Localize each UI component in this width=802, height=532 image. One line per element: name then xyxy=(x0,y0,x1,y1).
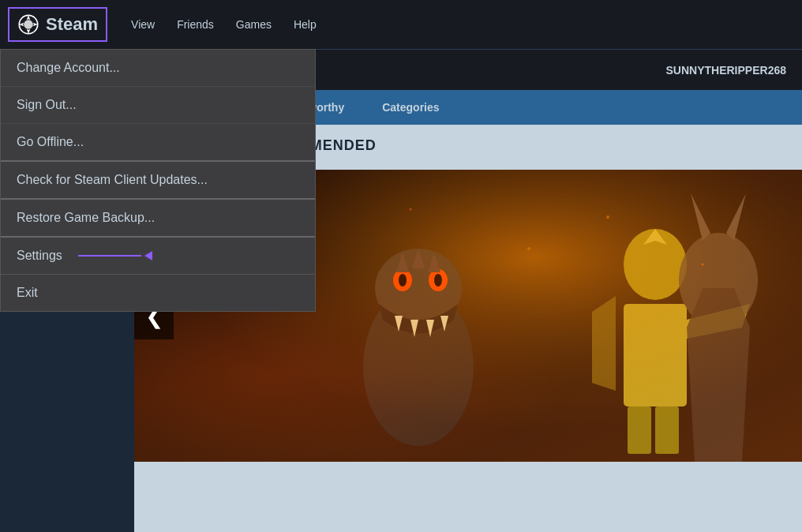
change-account-label: Change Account... xyxy=(17,61,120,75)
dropdown-settings[interactable]: Settings xyxy=(1,238,315,275)
restore-backup-label: Restore Game Backup... xyxy=(17,211,155,225)
menu-games[interactable]: Games xyxy=(228,15,279,34)
svg-marker-7 xyxy=(410,320,418,337)
settings-label: Settings xyxy=(17,249,62,263)
arrow-head-left xyxy=(144,251,152,260)
svg-marker-6 xyxy=(395,316,403,332)
svg-point-26 xyxy=(606,215,609,219)
menu-view[interactable]: View xyxy=(123,15,163,34)
dropdown-restore-backup[interactable]: Restore Game Backup... xyxy=(1,200,315,238)
check-updates-label: Check for Steam Client Updates... xyxy=(17,173,208,187)
dropdown-go-offline[interactable]: Go Offline... xyxy=(1,124,315,162)
svg-point-12 xyxy=(429,269,448,291)
svg-point-5 xyxy=(375,249,462,328)
settings-with-arrow: Settings xyxy=(17,249,152,263)
dropdown-sign-out[interactable]: Sign Out... xyxy=(1,87,315,124)
svg-point-11 xyxy=(399,274,407,287)
menu-friends[interactable]: Friends xyxy=(169,15,222,34)
steam-label: Steam xyxy=(46,14,98,35)
svg-marker-14 xyxy=(412,249,425,268)
svg-point-13 xyxy=(434,274,442,287)
arrow-line xyxy=(78,255,141,257)
steam-menu-button[interactable]: Steam xyxy=(8,7,107,42)
sign-out-label: Sign Out... xyxy=(17,98,77,112)
tab-categories[interactable]: Categories xyxy=(363,90,458,125)
svg-marker-16 xyxy=(428,253,440,272)
svg-point-18 xyxy=(624,229,687,300)
steam-icon xyxy=(17,13,39,36)
svg-point-27 xyxy=(702,264,704,266)
svg-point-1 xyxy=(24,20,33,29)
title-bar: Steam View Friends Games Help xyxy=(0,0,802,49)
svg-marker-9 xyxy=(440,316,448,332)
exit-label: Exit xyxy=(17,286,38,300)
dropdown-check-updates[interactable]: Check for Steam Client Updates... xyxy=(1,162,315,200)
dropdown-exit[interactable]: Exit xyxy=(1,275,315,311)
svg-point-4 xyxy=(363,288,474,446)
svg-rect-19 xyxy=(628,406,651,454)
settings-arrow-indicator xyxy=(78,251,152,260)
svg-point-24 xyxy=(527,247,530,250)
menu-help[interactable]: Help xyxy=(286,15,324,34)
svg-point-10 xyxy=(393,269,412,291)
svg-rect-17 xyxy=(624,304,687,406)
nav-username[interactable]: SUNNYTHERIPPER268 xyxy=(666,64,787,77)
menu-bar: View Friends Games Help xyxy=(123,15,324,34)
dropdown-change-account[interactable]: Change Account... xyxy=(1,50,315,87)
go-offline-label: Go Offline... xyxy=(17,135,84,149)
svg-marker-15 xyxy=(396,253,409,272)
svg-marker-8 xyxy=(426,320,434,337)
svg-rect-20 xyxy=(655,406,679,454)
svg-point-23 xyxy=(410,208,412,211)
steam-dropdown-menu: Change Account... Sign Out... Go Offline… xyxy=(0,49,316,312)
svg-point-21 xyxy=(679,233,758,328)
